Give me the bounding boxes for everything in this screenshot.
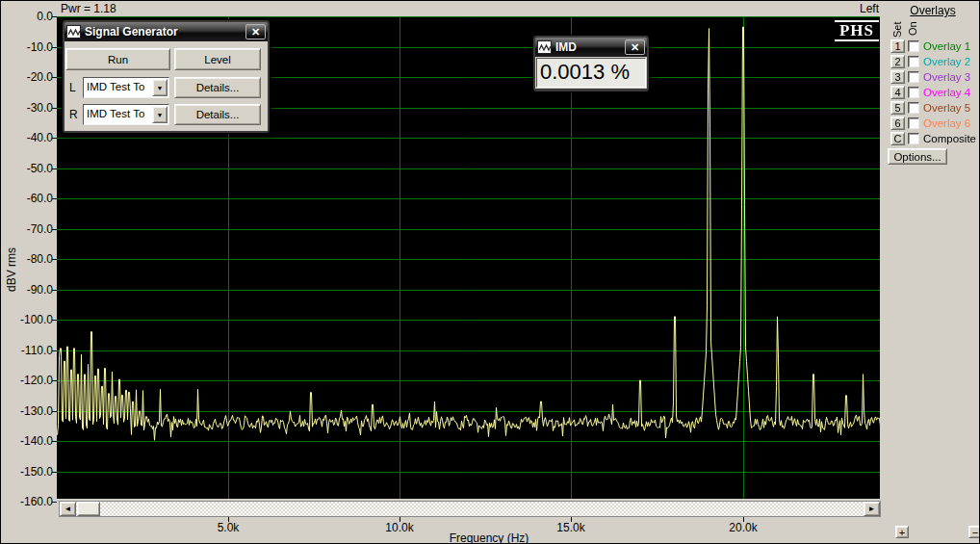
- right-channel-label: R: [69, 108, 78, 121]
- overlay-on-checkbox-3[interactable]: [908, 71, 919, 83]
- horizontal-scrollbar[interactable]: ◄ ►: [59, 501, 881, 517]
- y-tick-label: -20.0: [5, 70, 53, 84]
- imd-title: IMD: [555, 40, 577, 54]
- x-tick-label: 20.0k: [714, 521, 772, 534]
- close-icon[interactable]: ✕: [625, 39, 645, 55]
- imd-meter-window: IMD ✕ 0.0013 %: [532, 35, 650, 92]
- scrollbar-thumb[interactable]: [77, 502, 100, 516]
- scroll-right-icon[interactable]: ►: [864, 502, 880, 516]
- overlay-set-button-5[interactable]: 5: [890, 101, 905, 115]
- y-tick-label: -100.0: [5, 313, 53, 326]
- right-preset-value: IMD Test To: [84, 105, 151, 124]
- y-tick-mark: [52, 198, 57, 199]
- analyzer-app-window: Pwr = 1.18 Left PHS 0.0-10.0-20.0-30.0-4…: [0, 0, 980, 544]
- phs-logo: PHS: [835, 20, 879, 41]
- signal-generator-dialog: Signal Generator ✕ Run Level L IMD Test …: [62, 19, 271, 134]
- y-tick-label: -120.0: [5, 374, 53, 387]
- overlays-header: Overlays: [887, 4, 979, 17]
- y-tick-mark: [52, 138, 57, 139]
- imd-value-readout: 0.0013 %: [536, 58, 646, 88]
- signal-generator-title: Signal Generator: [85, 25, 178, 39]
- overlay-label: Overlay 1: [923, 39, 970, 53]
- chevron-down-icon[interactable]: ▼: [152, 79, 168, 96]
- overlay-set-button-4[interactable]: 4: [890, 86, 905, 99]
- left-preset-value: IMD Test To: [84, 78, 151, 97]
- y-tick-mark: [52, 350, 57, 351]
- y-tick-label: -50.0: [5, 162, 53, 175]
- y-tick-label: -110.0: [5, 344, 53, 357]
- level-button[interactable]: Level: [174, 48, 261, 70]
- y-tick-label: -150.0: [5, 465, 53, 479]
- overlay-label: Composite: [923, 132, 976, 145]
- right-details-button[interactable]: Details...: [174, 104, 261, 125]
- y-tick-mark: [52, 259, 57, 260]
- chevron-down-icon[interactable]: ▼: [152, 106, 168, 123]
- y-tick-label: -140.0: [5, 434, 53, 448]
- signal-generator-titlebar[interactable]: Signal Generator ✕: [64, 22, 268, 41]
- scroll-left-icon[interactable]: ◄: [60, 502, 76, 516]
- zoom-in-button[interactable]: +: [895, 526, 909, 538]
- waveform-icon: [66, 25, 81, 39]
- y-tick-mark: [52, 380, 57, 381]
- y-tick-label: -30.0: [5, 101, 53, 115]
- imd-titlebar[interactable]: IMD ✕: [535, 38, 647, 57]
- y-axis-title: dBV rms: [5, 247, 18, 292]
- y-tick-mark: [52, 108, 57, 109]
- y-tick-label: -130.0: [5, 404, 53, 418]
- overlay-on-checkbox-4[interactable]: [908, 87, 919, 98]
- y-tick-label: -10.0: [5, 40, 53, 54]
- left-channel-label: L: [69, 81, 76, 94]
- right-preset-dropdown[interactable]: IMD Test To ▼: [83, 104, 169, 125]
- y-tick-mark: [52, 77, 57, 78]
- overlay-label: Overlay 6: [923, 117, 970, 130]
- power-readout: Pwr = 1.18: [61, 2, 116, 15]
- x-axis-title: Frequency (Hz): [436, 531, 542, 544]
- overlay-on-checkbox-2[interactable]: [908, 56, 919, 67]
- left-details-button[interactable]: Details...: [174, 77, 261, 98]
- overlay-on-checkbox-c[interactable]: [908, 133, 919, 144]
- left-preset-dropdown[interactable]: IMD Test To ▼: [83, 77, 169, 98]
- y-tick-mark: [52, 441, 57, 442]
- set-column-label: Set: [891, 21, 903, 38]
- y-tick-mark: [52, 472, 57, 473]
- x-tick-label: 15.0k: [542, 521, 600, 534]
- y-tick-label: 0.0: [5, 10, 53, 23]
- overlay-on-checkbox-5[interactable]: [908, 102, 919, 114]
- y-tick-mark: [52, 411, 57, 412]
- x-tick-label: 5.0k: [199, 521, 257, 534]
- overlays-options-button[interactable]: Options...: [888, 148, 947, 165]
- on-column-label: On: [907, 21, 918, 36]
- y-tick-mark: [52, 320, 57, 321]
- y-tick-mark: [52, 229, 57, 230]
- y-tick-label: -40.0: [5, 131, 53, 144]
- run-button[interactable]: Run: [65, 48, 170, 70]
- waveform-icon: [537, 40, 552, 54]
- overlay-on-checkbox-1[interactable]: [908, 40, 919, 52]
- overlay-label: Overlay 2: [923, 55, 970, 68]
- overlay-set-button-1[interactable]: 1: [890, 39, 905, 53]
- y-tick-mark: [52, 502, 57, 503]
- overlay-label: Overlay 3: [923, 70, 970, 84]
- overlay-set-button-3[interactable]: 3: [890, 70, 905, 84]
- overlay-set-button-c[interactable]: C: [890, 132, 905, 145]
- y-tick-mark: [52, 290, 57, 291]
- channel-label: Left: [838, 2, 879, 15]
- overlay-label: Overlay 5: [923, 101, 970, 115]
- x-tick-label: 10.0k: [371, 521, 428, 534]
- y-tick-mark: [52, 168, 57, 169]
- y-tick-label: -70.0: [5, 222, 53, 236]
- zoom-out-button[interactable]: −: [968, 526, 980, 538]
- overlay-label: Overlay 4: [923, 86, 970, 99]
- y-tick-label: -160.0: [5, 495, 53, 508]
- overlay-set-button-2[interactable]: 2: [890, 55, 905, 68]
- overlay-set-button-6[interactable]: 6: [890, 117, 905, 130]
- y-tick-label: -60.0: [5, 192, 53, 205]
- y-tick-mark: [52, 16, 57, 17]
- y-tick-mark: [52, 47, 57, 48]
- overlay-on-checkbox-6[interactable]: [908, 117, 919, 129]
- close-icon[interactable]: ✕: [245, 24, 266, 39]
